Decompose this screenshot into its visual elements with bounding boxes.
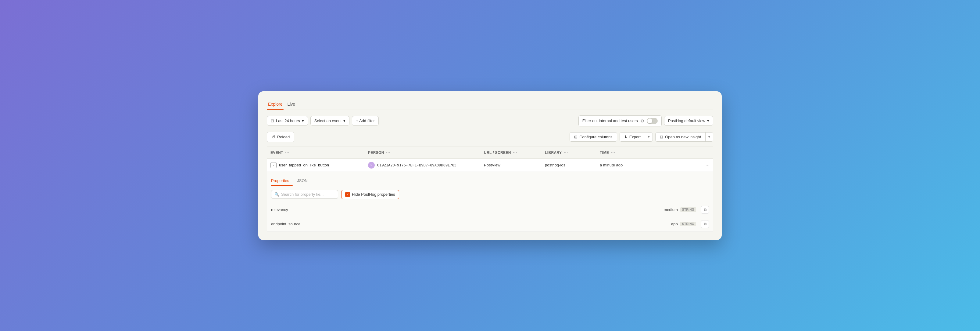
prop-value-endpoint-source: app — [671, 222, 678, 226]
filter-toggle[interactable] — [647, 118, 658, 124]
action-bar-right: ⊞ Configure columns ⬇ Export ▾ ⊟ Open as… — [570, 132, 713, 142]
select-event-label: Select an event — [314, 118, 342, 123]
configure-columns-icon: ⊞ — [574, 135, 578, 139]
time-range-label: Last 24 hours — [276, 118, 300, 123]
time-range-chevron-icon: ▾ — [302, 118, 304, 123]
col-header-url-screen: URL / SCREEN ··· — [480, 147, 541, 158]
time-value: a minute ago — [600, 163, 623, 167]
library-value: posthog-ios — [545, 163, 565, 167]
open-insight-chevron-icon: ▾ — [708, 135, 710, 139]
col-header-time: TIME ··· — [596, 147, 701, 158]
event-cell: × user_tapped_on_like_button — [267, 158, 364, 172]
hide-posthog-checkbox: ✓ — [345, 192, 350, 197]
export-button[interactable]: ⬇ Export — [620, 133, 646, 141]
prop-value-area-relevancy: medium STRING ⧉ — [332, 206, 709, 214]
hide-posthog-button[interactable]: ✓ Hide PostHog properties — [341, 190, 399, 199]
reload-button[interactable]: ↺ Reload — [267, 132, 294, 142]
col-time-label: TIME — [600, 150, 609, 155]
toolbar-right: Filter out internal and test users ⚙ Pos… — [578, 115, 713, 126]
properties-panel: Properties JSON 🔍 ✓ Hide PostHog propert… — [267, 172, 713, 232]
action-bar-left: ↺ Reload — [267, 132, 294, 142]
person-avatar: 0 — [368, 162, 375, 169]
prop-row-relevancy: relevancy medium STRING ⧉ — [267, 203, 713, 217]
property-search-wrap: 🔍 — [271, 190, 338, 199]
col-person-label: PERSON — [368, 150, 384, 155]
table-row: × user_tapped_on_like_button 0 01921A20-… — [267, 158, 713, 172]
export-chevron-icon: ▾ — [648, 135, 650, 139]
check-icon: ✓ — [346, 193, 349, 196]
open-insight-label: Open as new insight — [665, 135, 701, 139]
reload-icon: ↺ — [271, 134, 275, 140]
add-filter-label: + Add filter — [356, 118, 375, 123]
open-insight-icon: ⊟ — [660, 135, 663, 139]
tab-live[interactable]: Live — [286, 100, 296, 110]
prop-value-area-endpoint-source: app STRING ⧉ — [332, 220, 709, 228]
prop-key-relevancy: relevancy — [271, 207, 332, 212]
person-cell: 0 01921A20-9175-7EF1-B9D7-89A39D89E785 — [364, 158, 480, 172]
col-header-person: PERSON ··· — [364, 147, 480, 158]
copy-relevancy-button[interactable]: ⧉ — [701, 206, 709, 214]
col-time-options-icon[interactable]: ··· — [611, 150, 615, 155]
col-header-event: EVENT ··· — [267, 147, 364, 158]
hide-posthog-label: Hide PostHog properties — [352, 192, 395, 197]
time-range-button[interactable]: ⊡ Last 24 hours ▾ — [267, 116, 308, 125]
copy-endpoint-source-icon: ⧉ — [704, 222, 706, 227]
select-event-button[interactable]: Select an event ▾ — [310, 116, 350, 125]
url-screen-value: PostView — [484, 163, 500, 167]
event-x-icon: × — [270, 162, 277, 168]
export-download-icon: ⬇ — [624, 135, 627, 139]
app-container: Explore Live ⊡ Last 24 hours ▾ Select an… — [258, 91, 722, 240]
copy-relevancy-icon: ⧉ — [704, 207, 706, 212]
gear-icon[interactable]: ⚙ — [640, 118, 644, 123]
add-filter-button[interactable]: + Add filter — [352, 116, 379, 125]
col-header-library: LIBRARY ··· — [541, 147, 596, 158]
row-actions-cell[interactable]: ··· — [701, 158, 713, 172]
library-cell: posthog-ios — [541, 158, 596, 172]
copy-endpoint-source-button[interactable]: ⧉ — [701, 220, 709, 228]
export-label: Export — [629, 135, 641, 139]
filter-label: Filter out internal and test users — [582, 118, 638, 123]
view-dropdown-label: PostHog default view — [668, 118, 705, 123]
toggle-knob — [648, 118, 652, 123]
open-insight-button[interactable]: ⊟ Open as new insight — [655, 133, 706, 141]
properties-tabs: Properties JSON — [267, 172, 713, 186]
filter-toggle-area: Filter out internal and test users ⚙ — [578, 115, 662, 126]
configure-columns-label: Configure columns — [579, 135, 612, 139]
col-url-label: URL / SCREEN — [484, 150, 511, 155]
open-insight-caret-button[interactable]: ▾ — [706, 133, 713, 141]
property-search-input[interactable] — [281, 192, 335, 197]
col-person-options-icon[interactable]: ··· — [386, 150, 390, 155]
data-table: EVENT ··· PERSON ··· URL / SCREEN ··· — [267, 147, 713, 172]
col-event-label: EVENT — [270, 150, 283, 155]
action-bar: ↺ Reload ⊞ Configure columns ⬇ Export ▾ — [267, 132, 713, 142]
select-event-chevron-icon: ▾ — [343, 118, 345, 123]
prop-value-relevancy: medium — [664, 207, 678, 212]
prop-type-relevancy: STRING — [680, 207, 696, 212]
time-cell: a minute ago — [596, 158, 701, 172]
col-library-options-icon[interactable]: ··· — [563, 150, 568, 155]
col-url-options-icon[interactable]: ··· — [513, 150, 517, 155]
prop-row-endpoint-source: endpoint_source app STRING ⧉ — [267, 217, 713, 232]
export-group: ⬇ Export ▾ — [620, 132, 653, 142]
toolbar: ⊡ Last 24 hours ▾ Select an event ▾ + Ad… — [267, 115, 713, 126]
prop-tab-json[interactable]: JSON — [297, 176, 311, 186]
export-caret-button[interactable]: ▾ — [645, 133, 652, 141]
tabs-bar: Explore Live — [267, 100, 713, 110]
view-dropdown-chevron-icon: ▾ — [707, 118, 709, 123]
calendar-icon: ⊡ — [271, 118, 274, 123]
event-name: user_tapped_on_like_button — [279, 163, 329, 167]
prop-tab-properties[interactable]: Properties — [271, 176, 293, 186]
search-icon: 🔍 — [274, 192, 279, 197]
reload-label: Reload — [277, 135, 290, 139]
url-screen-cell: PostView — [480, 158, 541, 172]
col-library-label: LIBRARY — [545, 150, 562, 155]
person-id: 01921A20-9175-7EF1-B9D7-89A39D89E785 — [377, 163, 457, 167]
open-insight-group: ⊟ Open as new insight ▾ — [655, 132, 713, 142]
prop-key-endpoint-source: endpoint_source — [271, 222, 332, 226]
col-header-row-actions — [701, 147, 713, 158]
view-dropdown-button[interactable]: PostHog default view ▾ — [664, 116, 713, 125]
configure-columns-button[interactable]: ⊞ Configure columns — [570, 132, 617, 142]
table-header: EVENT ··· PERSON ··· URL / SCREEN ··· — [267, 147, 713, 158]
col-event-options-icon[interactable]: ··· — [285, 150, 290, 155]
tab-explore[interactable]: Explore — [267, 100, 283, 110]
